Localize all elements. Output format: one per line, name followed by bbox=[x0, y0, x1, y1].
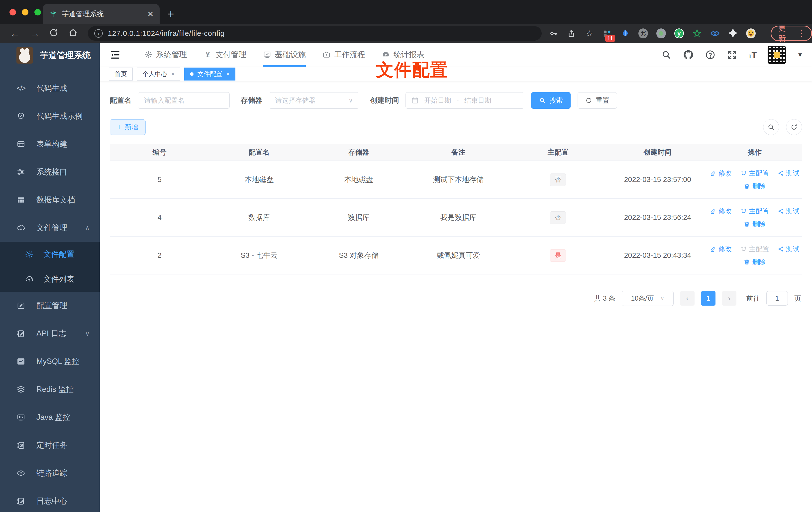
nav-item-infra[interactable]: 基础设施 bbox=[263, 43, 306, 67]
font-size-icon[interactable]: тT bbox=[749, 50, 757, 60]
sidebar-item-mysql-monitor[interactable]: MySQL 监控 bbox=[0, 348, 100, 375]
password-key-icon[interactable] bbox=[549, 28, 558, 38]
name-filter-input[interactable] bbox=[138, 92, 230, 109]
reload-icon[interactable] bbox=[49, 28, 58, 39]
master-config-link[interactable]: 主配置 bbox=[741, 207, 769, 216]
fullscreen-icon[interactable] bbox=[727, 49, 738, 60]
browser-tab[interactable]: 芋道管理系统 ✕ bbox=[43, 4, 160, 24]
sidebar-item-java-monitor[interactable]: Java 监控 bbox=[0, 403, 100, 431]
page-size-select[interactable]: 10条/页 ∨ bbox=[622, 291, 674, 306]
storage-filter-select[interactable]: 请选择存储器 ∨ bbox=[269, 92, 359, 109]
edit-link[interactable]: 修改 bbox=[710, 169, 732, 178]
tab-close-icon[interactable]: ✕ bbox=[147, 10, 154, 19]
chevron-down-icon: ∨ bbox=[85, 330, 90, 337]
zoom-window-button[interactable] bbox=[34, 9, 41, 16]
tag-label: 首页 bbox=[114, 70, 127, 78]
sidebar-item-db-doc[interactable]: 数据库文档 bbox=[0, 186, 100, 214]
sidebar-logo[interactable]: 芋道管理系统 bbox=[0, 43, 100, 68]
search-icon[interactable] bbox=[661, 49, 672, 60]
share-nodes-icon bbox=[778, 170, 784, 177]
sidebar-item-trace[interactable]: 链路追踪 bbox=[0, 459, 100, 487]
extension-eye-icon[interactable] bbox=[710, 28, 720, 38]
add-button[interactable]: + 新增 bbox=[110, 119, 146, 135]
sidebar-item-file-manage[interactable]: 文件管理 ∧ bbox=[0, 214, 100, 242]
close-window-button[interactable] bbox=[9, 9, 16, 16]
collapse-sidebar-icon[interactable] bbox=[110, 49, 121, 60]
table-toolbar: + 新增 bbox=[110, 119, 802, 135]
bookmark-star-icon[interactable]: ☆ bbox=[585, 28, 594, 38]
window-controls[interactable] bbox=[9, 9, 41, 16]
sidebar-item-scheduled-task[interactable]: 定时任务 bbox=[0, 431, 100, 459]
search-button[interactable]: 搜索 bbox=[531, 92, 571, 109]
url-text[interactable]: 127.0.0.1:1024/infra/file/file-config bbox=[108, 29, 225, 38]
sidebar-item-system-api[interactable]: 系统接口 bbox=[0, 158, 100, 186]
test-link[interactable]: 测试 bbox=[778, 169, 800, 178]
share-nodes-icon bbox=[778, 246, 784, 252]
sidebar-item-code-gen[interactable]: </> 代码生成 bbox=[0, 74, 100, 102]
nav-item-label: 支付管理 bbox=[215, 49, 246, 60]
tag-home[interactable]: 首页 bbox=[109, 67, 133, 81]
schedule-icon bbox=[17, 441, 25, 450]
tag-profile[interactable]: 个人中心 × bbox=[137, 67, 180, 81]
extension-command-icon[interactable]: ⌘ bbox=[638, 28, 648, 38]
share-icon[interactable] bbox=[567, 28, 576, 38]
sidebar-item-form-builder[interactable]: 表单构建 bbox=[0, 130, 100, 158]
extension-drop-icon[interactable] bbox=[620, 28, 630, 38]
forward-icon[interactable]: → bbox=[30, 28, 40, 38]
edit-link[interactable]: 修改 bbox=[710, 207, 732, 216]
prev-page-button[interactable]: ‹ bbox=[680, 291, 695, 306]
nav-item-pay[interactable]: ¥ 支付管理 bbox=[203, 43, 246, 67]
profile-emoji-icon[interactable] bbox=[746, 28, 756, 38]
extension-y-icon[interactable]: y bbox=[674, 28, 684, 38]
home-icon[interactable] bbox=[68, 28, 78, 39]
tag-file-config[interactable]: 文件配置 × bbox=[184, 67, 235, 81]
app-window: 芋道管理系统 </> 代码生成 代码生成示例 表单构建 系统接口 数据库文档 bbox=[0, 43, 812, 512]
nav-item-system[interactable]: 系统管理 bbox=[144, 43, 187, 67]
minimize-window-button[interactable] bbox=[22, 9, 28, 16]
sidebar-item-code-demo[interactable]: 代码生成示例 bbox=[0, 102, 100, 130]
github-icon[interactable] bbox=[683, 49, 694, 60]
chrome-update-button[interactable]: 更新 ⋮ bbox=[771, 26, 812, 41]
sidebar-item-redis-monitor[interactable]: Redis 监控 bbox=[0, 375, 100, 403]
test-link[interactable]: 测试 bbox=[778, 244, 800, 253]
chart-monitor-icon bbox=[17, 357, 25, 366]
extensions-puzzle-icon[interactable] bbox=[728, 28, 738, 38]
chevron-down-icon[interactable]: ▼ bbox=[797, 51, 803, 58]
delete-link[interactable]: 删除 bbox=[744, 258, 765, 267]
address-bar[interactable]: i 127.0.0.1:1024/infra/file/file-config bbox=[88, 26, 542, 41]
log-edit-icon bbox=[17, 329, 25, 338]
cell-id: 5 bbox=[110, 176, 209, 184]
sidebar-item-config-manage[interactable]: 配置管理 bbox=[0, 292, 100, 320]
close-icon[interactable]: × bbox=[171, 71, 175, 77]
trash-icon bbox=[744, 221, 750, 227]
browser-menu-icon[interactable]: ⋮ bbox=[797, 28, 806, 38]
sidebar-item-file-config[interactable]: 文件配置 bbox=[0, 242, 100, 267]
avatar[interactable] bbox=[767, 46, 786, 64]
test-link[interactable]: 测试 bbox=[778, 207, 800, 216]
extension-green-star-icon[interactable] bbox=[692, 28, 702, 38]
delete-link[interactable]: 删除 bbox=[744, 220, 765, 229]
next-page-button[interactable]: › bbox=[722, 291, 736, 306]
tab-title: 芋道管理系统 bbox=[62, 9, 143, 19]
date-range-picker[interactable]: 开始日期 - 结束日期 bbox=[406, 92, 524, 109]
site-info-icon[interactable]: i bbox=[94, 29, 103, 38]
sidebar-item-api-log[interactable]: API 日志 ∨ bbox=[0, 320, 100, 348]
refresh-table-button[interactable] bbox=[786, 119, 802, 135]
help-icon[interactable] bbox=[705, 49, 716, 60]
nav-item-workflow[interactable]: 工作流程 bbox=[322, 43, 365, 67]
current-page-button[interactable]: 1 bbox=[701, 291, 716, 306]
goto-page-input[interactable] bbox=[766, 291, 788, 306]
reset-button[interactable]: 重置 bbox=[578, 92, 617, 109]
new-tab-button[interactable]: + bbox=[168, 6, 174, 22]
extension-tag-manager-icon[interactable]: 11 bbox=[603, 28, 612, 38]
extension-grey-dot-icon[interactable] bbox=[657, 28, 666, 38]
close-icon[interactable]: × bbox=[227, 71, 230, 77]
master-config-link[interactable]: 主配置 bbox=[741, 169, 769, 178]
delete-link[interactable]: 删除 bbox=[744, 182, 765, 191]
edit-link[interactable]: 修改 bbox=[710, 244, 732, 253]
sidebar-item-file-list[interactable]: 文件列表 bbox=[0, 267, 100, 292]
sidebar-item-log-center[interactable]: 日志中心 bbox=[0, 487, 100, 512]
column-header: 存储器 bbox=[309, 148, 408, 157]
back-icon[interactable]: ← bbox=[10, 28, 20, 38]
show-search-toggle-button[interactable] bbox=[763, 119, 779, 135]
